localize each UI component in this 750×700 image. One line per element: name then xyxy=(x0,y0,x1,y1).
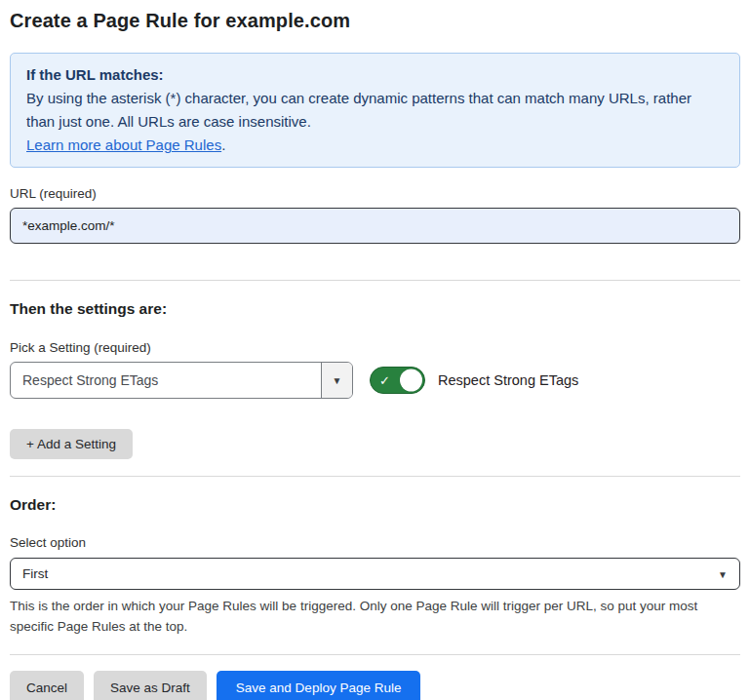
info-box-heading: If the URL matches: xyxy=(26,63,724,87)
section-divider xyxy=(10,476,740,477)
order-select[interactable]: First ▼ xyxy=(10,558,740,590)
order-select-label: Select option xyxy=(10,535,740,550)
toggle-knob xyxy=(400,369,422,392)
section-divider xyxy=(10,280,740,281)
order-section-heading: Order: xyxy=(10,496,740,514)
link-period: . xyxy=(221,136,225,153)
setting-toggle-group: ✓ Respect Strong ETags xyxy=(370,367,578,394)
setting-toggle[interactable]: ✓ xyxy=(370,367,425,394)
checkmark-icon: ✓ xyxy=(379,374,390,387)
order-help-text: This is the order in which your Page Rul… xyxy=(10,596,736,637)
setting-select-arrow-button[interactable]: ▼ xyxy=(321,363,352,398)
chevron-down-icon: ▼ xyxy=(718,568,728,579)
page-title: Create a Page Rule for example.com xyxy=(10,10,740,32)
save-as-draft-button[interactable]: Save as Draft xyxy=(94,671,207,700)
setting-select[interactable]: Respect Strong ETags ▼ xyxy=(10,362,353,399)
footer-divider xyxy=(10,654,740,655)
order-select-value: First xyxy=(22,566,48,581)
add-setting-button[interactable]: + Add a Setting xyxy=(10,429,133,459)
url-input[interactable] xyxy=(10,208,740,244)
cancel-button[interactable]: Cancel xyxy=(10,671,84,700)
info-box-body: By using the asterisk (*) character, you… xyxy=(26,87,709,134)
save-and-deploy-button[interactable]: Save and Deploy Page Rule xyxy=(217,671,421,700)
url-field-label: URL (required) xyxy=(10,186,740,201)
settings-section-heading: Then the settings are: xyxy=(10,300,740,318)
pick-setting-label: Pick a Setting (required) xyxy=(10,340,740,355)
setting-row: Respect Strong ETags ▼ ✓ Respect Strong … xyxy=(10,362,740,399)
info-box-link-line: Learn more about Page Rules. xyxy=(26,134,724,157)
setting-toggle-label: Respect Strong ETags xyxy=(438,372,578,388)
setting-select-value: Respect Strong ETags xyxy=(11,363,321,398)
footer-button-row: Cancel Save as Draft Save and Deploy Pag… xyxy=(10,671,740,700)
url-match-info-box: If the URL matches: By using the asteris… xyxy=(10,53,740,168)
chevron-down-icon: ▼ xyxy=(333,375,342,386)
learn-more-link[interactable]: Learn more about Page Rules xyxy=(26,136,221,153)
